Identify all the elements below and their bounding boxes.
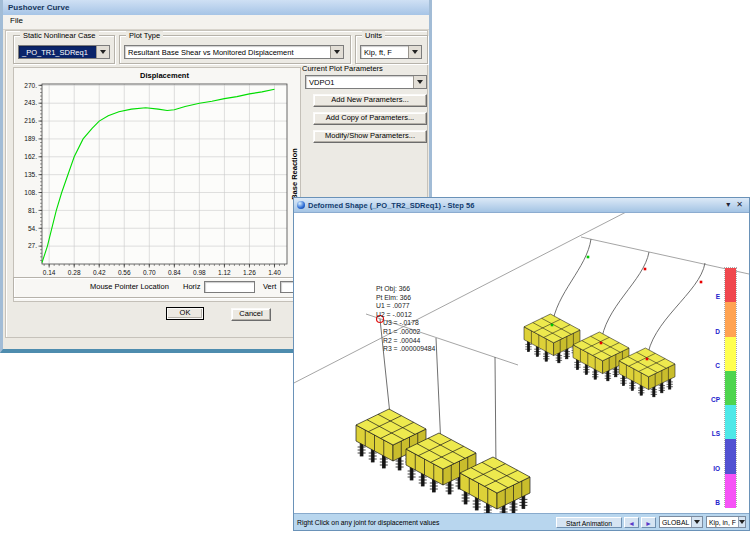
static-case-combobox[interactable]: _PO_TR1_SDReq1 bbox=[18, 45, 110, 59]
plot-type-value: Resultant Base Shear vs Monitored Displa… bbox=[125, 48, 330, 57]
dropdown-arrow-icon[interactable] bbox=[96, 46, 109, 58]
window-title: Deformed Shape (_PO_TR2_SDReq1) - Step 5… bbox=[308, 201, 723, 210]
left-column-2 bbox=[436, 338, 441, 447]
legend-segment-CP bbox=[725, 371, 736, 405]
hinge-dot-green bbox=[587, 256, 590, 259]
legend-segment-D bbox=[725, 302, 736, 336]
svg-text:27.: 27. bbox=[28, 242, 37, 249]
svg-text:270.: 270. bbox=[24, 82, 37, 89]
desktop: Pushover Curve File Static Nonlinear Cas… bbox=[0, 0, 750, 533]
dropdown-arrow-icon[interactable] bbox=[408, 46, 421, 58]
legend-segment-IO bbox=[725, 439, 736, 473]
deformed-shape-window: Deformed Shape (_PO_TR2_SDReq1) - Step 5… bbox=[293, 197, 750, 531]
plot-parameters-label: Current Plot Parameters bbox=[302, 64, 383, 73]
deformed-shape-scene[interactable]: Pt Obj: 366 Pt Elm: 366 U1 = .0077 U2 = … bbox=[294, 213, 749, 513]
dropdown-arrow-icon[interactable] bbox=[330, 46, 343, 58]
svg-text:0.84: 0.84 bbox=[168, 269, 181, 276]
dialog-title-bar[interactable]: Pushover Curve bbox=[3, 0, 429, 15]
plot-parameters-combobox[interactable]: VDPO1 bbox=[305, 75, 427, 89]
vert-label: Vert bbox=[263, 282, 276, 291]
svg-text:81.: 81. bbox=[28, 207, 37, 214]
units-combobox[interactable]: Kip, ft, F bbox=[360, 45, 422, 59]
legend-label-C: C bbox=[715, 362, 720, 369]
legend-label-IO: IO bbox=[713, 465, 720, 472]
hinge-dot-red bbox=[700, 281, 703, 284]
svg-text:0.70: 0.70 bbox=[143, 269, 156, 276]
status-units-combobox[interactable]: Kip, in, F bbox=[706, 516, 746, 528]
horiz-field[interactable] bbox=[204, 281, 255, 293]
add-copy-parameters-button[interactable]: Add Copy of Parameters... bbox=[313, 112, 427, 125]
add-new-parameters-button[interactable]: Add New Parameters... bbox=[313, 94, 427, 107]
legend-segment-B bbox=[725, 474, 736, 508]
pushover-chart-panel: 0.140.280.420.560.700.840.981.121.261.40… bbox=[13, 67, 301, 302]
legend-color-bar bbox=[724, 267, 737, 507]
plot-parameters-value: VDPO1 bbox=[306, 78, 413, 87]
static-case-value: _PO_TR1_SDReq1 bbox=[19, 48, 96, 57]
svg-text:0.14: 0.14 bbox=[43, 269, 56, 276]
menu-file[interactable]: File bbox=[3, 15, 30, 26]
annotation-line: U3 = -.0178 bbox=[383, 319, 419, 326]
svg-text:162.: 162. bbox=[24, 153, 37, 160]
status-hint: Right Click on any joint for displacemen… bbox=[297, 519, 556, 526]
next-step-arrow-icon[interactable]: ► bbox=[641, 517, 656, 528]
svg-text:135.: 135. bbox=[24, 171, 37, 178]
legend-label-D: D bbox=[715, 328, 720, 335]
frame-lines bbox=[294, 213, 749, 385]
window-status-bar: Right Click on any joint for displacemen… bbox=[294, 513, 749, 530]
hinge-dot-red bbox=[600, 342, 603, 345]
right-column-2 bbox=[601, 252, 649, 344]
annotation-line: U1 = .0077 bbox=[376, 302, 410, 309]
annotation-line: R1 = .00002 bbox=[383, 328, 420, 335]
hinge-dot-red bbox=[646, 358, 649, 361]
svg-text:54.: 54. bbox=[28, 225, 37, 232]
annotation-line: U2 = -.0012 bbox=[376, 311, 412, 318]
plot-type-groupbox: Plot Type Resultant Base Shear vs Monito… bbox=[119, 35, 351, 64]
start-animation-button[interactable]: Start Animation bbox=[556, 517, 622, 528]
prev-step-arrow-icon[interactable]: ◄ bbox=[624, 517, 639, 528]
coordinate-system-value: GLOBAL bbox=[660, 519, 691, 526]
right-column-1 bbox=[552, 239, 591, 326]
cancel-button[interactable]: Cancel bbox=[231, 308, 271, 321]
chart-ylabel: Base Reaction bbox=[290, 148, 298, 200]
svg-text:1.26: 1.26 bbox=[243, 269, 256, 276]
plot-type-combobox[interactable]: Resultant Base Shear vs Monitored Displa… bbox=[124, 45, 344, 59]
units-label: Units bbox=[362, 31, 385, 40]
annotation-line: Pt Elm: 366 bbox=[376, 294, 411, 301]
legend-segment-LS bbox=[725, 405, 736, 439]
svg-text:216.: 216. bbox=[24, 117, 37, 124]
dropdown-arrow-icon[interactable] bbox=[691, 517, 702, 527]
svg-text:1.40: 1.40 bbox=[268, 269, 281, 276]
legend-segment-C bbox=[725, 337, 736, 371]
modify-show-parameters-button[interactable]: Modify/Show Parameters... bbox=[313, 130, 427, 143]
dropdown-arrow-icon[interactable] bbox=[738, 517, 745, 527]
dialog-title: Pushover Curve bbox=[8, 3, 69, 12]
window-title-bar[interactable]: Deformed Shape (_PO_TR2_SDReq1) - Step 5… bbox=[294, 198, 749, 213]
close-icon[interactable]: ✕ bbox=[733, 199, 746, 211]
pilecap bbox=[524, 314, 580, 363]
svg-text:1.12: 1.12 bbox=[218, 269, 231, 276]
annotation-line: Pt Obj: 366 bbox=[376, 285, 410, 293]
mouse-location-groupbox: Mouse Pointer Location Horiz Vert bbox=[13, 277, 298, 298]
chart-title: Displacement bbox=[140, 71, 189, 80]
svg-text:243.: 243. bbox=[24, 99, 37, 106]
svg-text:108.: 108. bbox=[24, 189, 37, 196]
units-value: Kip, ft, F bbox=[361, 48, 408, 57]
collapse-icon[interactable]: ▾ bbox=[723, 199, 733, 211]
left-column-3 bbox=[495, 357, 496, 470]
svg-text:189.: 189. bbox=[24, 135, 37, 142]
coordinate-system-combobox[interactable]: GLOBAL bbox=[659, 516, 703, 528]
menu-bar: File bbox=[3, 15, 429, 30]
pushover-chart[interactable]: 0.140.280.420.560.700.840.981.121.261.40… bbox=[14, 68, 298, 299]
hinge-state-legend: EDCCPLSIOB bbox=[707, 267, 737, 507]
horiz-label: Horiz bbox=[183, 282, 201, 291]
legend-label-E: E bbox=[716, 293, 720, 300]
dropdown-arrow-icon[interactable] bbox=[413, 76, 426, 88]
mouse-location-label: Mouse Pointer Location bbox=[90, 282, 169, 291]
hinge-dot-red bbox=[644, 268, 647, 271]
ok-button[interactable]: OK bbox=[166, 307, 204, 320]
annotation-line: R3 = .000009484 bbox=[383, 345, 436, 352]
svg-text:0.98: 0.98 bbox=[193, 269, 206, 276]
legend-label-B: B bbox=[715, 499, 720, 506]
static-case-groupbox: Static Nonlinear Case _PO_TR1_SDReq1 bbox=[13, 35, 115, 64]
units-groupbox: Units Kip, ft, F bbox=[355, 35, 428, 64]
